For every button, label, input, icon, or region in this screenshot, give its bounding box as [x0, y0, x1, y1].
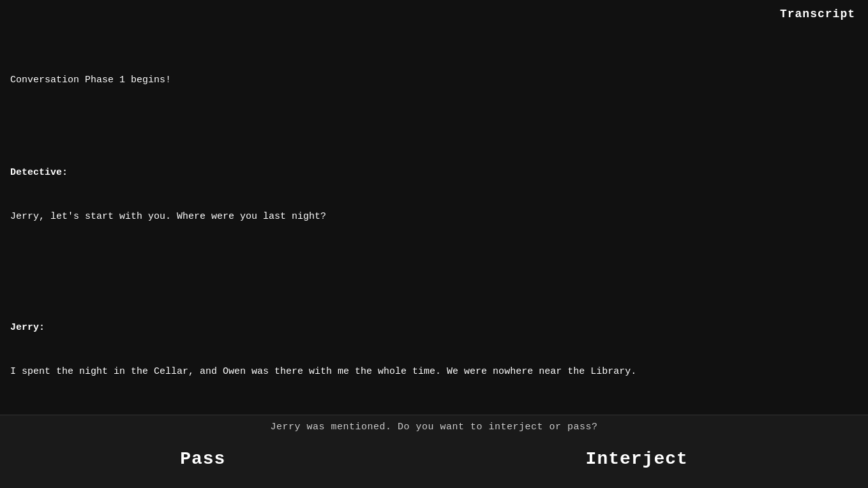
prompt-text: Jerry was mentioned. Do you want to inte… [270, 422, 597, 433]
transcript-content: Conversation Phase 1 begins! Detective: … [10, 45, 858, 415]
interject-button[interactable]: Interject [560, 444, 714, 474]
phase-label: Conversation Phase 1 begins! [10, 73, 858, 88]
transcript-label: Transcript [780, 8, 855, 20]
bottom-bar: Jerry was mentioned. Do you want to inte… [0, 415, 868, 488]
jerry-entry: Jerry: I spent the night in the Cellar, … [10, 282, 858, 408]
detective-dialogue: Jerry, let's start with you. Where were … [10, 210, 858, 225]
transcript-area: Transcript Conversation Phase 1 begins! … [0, 0, 868, 415]
pass-button[interactable]: Pass [154, 444, 251, 474]
jerry-speaker: Jerry: [10, 321, 858, 336]
action-buttons: Pass Interject [0, 444, 868, 474]
detective-entry: Detective: Jerry, let's start with you. … [10, 127, 858, 253]
jerry-dialogue: I spent the night in the Cellar, and Owe… [10, 365, 858, 380]
detective-speaker: Detective: [10, 166, 858, 181]
